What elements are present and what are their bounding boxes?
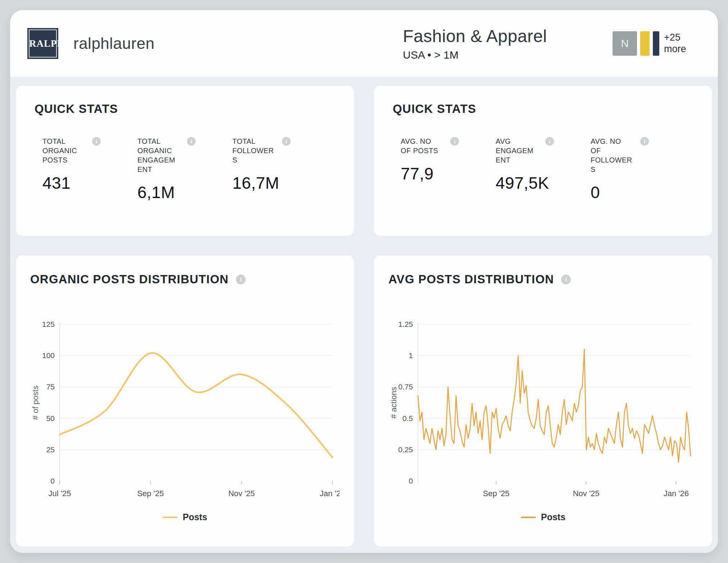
svg-text:1: 1 [409, 351, 413, 360]
competitors-more-label[interactable]: +25 more [664, 32, 693, 55]
competitor-avatars[interactable]: N +25 more [613, 31, 693, 56]
svg-text:25: 25 [46, 445, 55, 454]
chart-title: ORGANIC POSTS DISTRIBUTION [30, 273, 229, 286]
info-icon[interactable]: i [545, 137, 554, 146]
stat-value: 77,9 [401, 164, 496, 183]
competitor-avatar-partial-2[interactable] [653, 31, 659, 56]
brand-logo: RALPH [27, 28, 58, 59]
stats-row: TOTAL ORGANIC POSTS i 431 TOTAL ORGANIC … [35, 137, 335, 202]
svg-text:1.25: 1.25 [398, 320, 413, 328]
stat-value: 0 [591, 183, 686, 202]
svg-text:# of posts: # of posts [31, 385, 40, 420]
card-title: QUICK STATS [35, 102, 335, 116]
competitor-avatar[interactable]: N [613, 31, 637, 56]
svg-text:0: 0 [409, 477, 413, 485]
svg-text:100: 100 [42, 351, 55, 360]
competitor-avatar-letter: N [621, 37, 629, 50]
svg-text:50: 50 [46, 414, 55, 422]
brand-block: RALPH ralphlauren [27, 28, 155, 59]
svg-text:75: 75 [46, 383, 55, 391]
stat-total-organic-posts: TOTAL ORGANIC POSTS i 431 [42, 137, 137, 193]
dashboard-container: RALPH ralphlauren Fashion & Apparel USA … [10, 10, 718, 553]
brand-logo-text: RALPH [29, 38, 58, 49]
stat-label: TOTAL ORGANIC POSTS [42, 137, 85, 165]
content-grid: QUICK STATS TOTAL ORGANIC POSTS i 431 TO… [10, 77, 718, 551]
avg-posts-chart[interactable]: 00.250.50.7511.25Sep '25Nov '25Jan '26# … [388, 316, 698, 503]
info-icon[interactable]: i [450, 137, 459, 146]
category-title: Fashion & Apparel [403, 26, 547, 46]
category-block: Fashion & Apparel USA • > 1M [403, 26, 547, 61]
stat-avg-no-of-posts: AVG. NO OF POSTS i 77,9 [401, 137, 496, 183]
legend-label: Posts [541, 512, 565, 522]
competitor-avatar-partial-1[interactable] [640, 31, 650, 56]
svg-text:Jan '26: Jan '26 [320, 489, 340, 498]
svg-text:0.25: 0.25 [398, 445, 413, 454]
svg-text:# actions: # actions [389, 387, 398, 418]
chart-legend[interactable]: Posts [30, 512, 340, 522]
stat-value: 16,7M [232, 173, 327, 193]
stat-avg-engagement: AVG ENGAGEMENT i 497,5K [496, 137, 591, 193]
quick-stats-card-left: QUICK STATS TOTAL ORGANIC POSTS i 431 TO… [16, 86, 354, 236]
quick-stats-card-right: QUICK STATS AVG. NO OF POSTS i 77,9 AVG … [374, 86, 712, 236]
info-icon[interactable]: i [282, 137, 291, 146]
stat-label: AVG. NO OF POSTS [401, 137, 443, 155]
stat-value: 431 [42, 173, 137, 193]
info-icon[interactable]: i [92, 137, 101, 146]
info-icon[interactable]: i [236, 275, 246, 284]
card-title: QUICK STATS [393, 102, 693, 116]
chart-title: AVG POSTS DISTRIBUTION [388, 273, 554, 286]
stats-row: AVG. NO OF POSTS i 77,9 AVG ENGAGEMENT i… [393, 137, 693, 202]
category-subtitle: USA • > 1M [403, 49, 547, 61]
svg-text:Nov '25: Nov '25 [573, 489, 600, 498]
avg-posts-distribution-card: AVG POSTS DISTRIBUTION i 00.250.50.7511.… [374, 255, 712, 546]
stat-label: AVG ENGAGEMENT [496, 137, 538, 165]
svg-text:0.75: 0.75 [398, 383, 413, 391]
stat-label: TOTAL ORGANIC ENGAGEMENT [137, 137, 180, 174]
stat-avg-no-of-followers: AVG. NO OF FOLLOWERS i 0 [591, 137, 686, 202]
info-icon[interactable]: i [640, 137, 649, 146]
stat-value: 6,1M [137, 183, 232, 202]
svg-text:0.5: 0.5 [402, 414, 413, 422]
organic-posts-chart[interactable]: 0255075100125Jul '25Sep '25Nov '25Jan '2… [30, 316, 340, 503]
stat-total-followers: TOTAL FOLLOWERS i 16,7M [232, 137, 327, 193]
svg-text:Jul '25: Jul '25 [49, 489, 71, 498]
svg-text:Sep '25: Sep '25 [483, 489, 510, 498]
stat-total-organic-engagement: TOTAL ORGANIC ENGAGEMENT i 6,1M [137, 137, 232, 202]
legend-line-swatch [521, 517, 536, 518]
chart-legend[interactable]: Posts [388, 512, 698, 522]
svg-text:125: 125 [42, 320, 55, 328]
stat-label: TOTAL FOLLOWERS [232, 137, 275, 165]
info-icon[interactable]: i [187, 137, 196, 146]
svg-text:Jan '26: Jan '26 [664, 489, 689, 498]
svg-text:Sep '25: Sep '25 [137, 489, 164, 498]
stat-label: AVG. NO OF FOLLOWERS [591, 137, 633, 174]
legend-line-swatch [163, 517, 178, 518]
brand-name: ralphlauren [73, 35, 155, 52]
svg-text:0: 0 [50, 477, 55, 485]
stat-value: 497,5K [496, 173, 591, 193]
info-icon[interactable]: i [561, 275, 571, 284]
svg-text:Nov '25: Nov '25 [228, 489, 255, 498]
header: RALPH ralphlauren Fashion & Apparel USA … [10, 10, 718, 77]
organic-posts-distribution-card: ORGANIC POSTS DISTRIBUTION i 02550751001… [16, 255, 354, 546]
legend-label: Posts [183, 512, 207, 522]
